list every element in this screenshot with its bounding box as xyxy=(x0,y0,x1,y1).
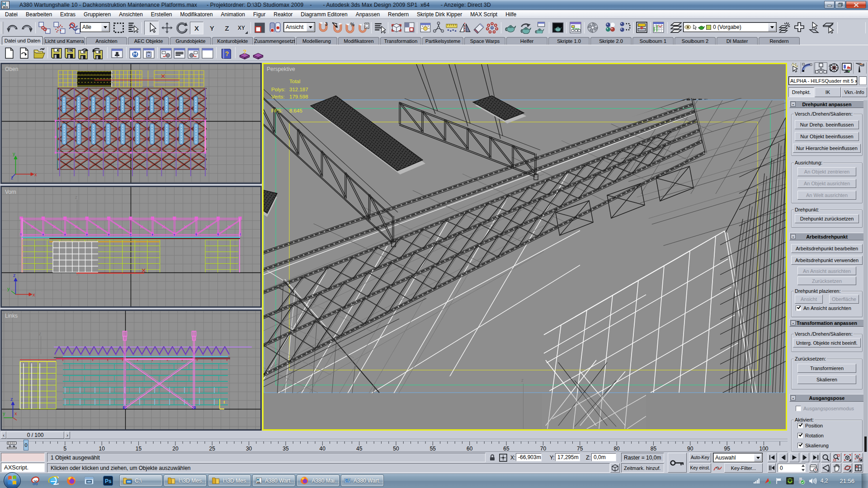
link-info-mode-button[interactable]: Vkn.-Info xyxy=(841,87,867,97)
window-crossing-toggle-icon[interactable] xyxy=(127,22,139,34)
curve-editor-box-icon[interactable] xyxy=(636,22,648,34)
spinner-snap-toggle-icon[interactable] xyxy=(358,22,370,34)
xref-objects-icon[interactable] xyxy=(160,47,172,60)
current-frame-marker[interactable]: 0 xyxy=(24,440,28,450)
pivot-mode-button[interactable]: Drehpkt. xyxy=(788,87,814,97)
rollout-header-adjust-transform[interactable]: -Transformation anpassen xyxy=(789,319,864,327)
align-quad-icon[interactable] xyxy=(404,22,416,34)
key-curve-icon[interactable] xyxy=(713,465,722,472)
new-window-icon[interactable] xyxy=(202,47,214,60)
rollout-header-initial-pose[interactable]: -Ausgangspose xyxy=(789,394,864,402)
selection-lock-icon[interactable] xyxy=(489,454,496,461)
menu-item[interactable]: Diagramm Editoren xyxy=(297,10,351,19)
key-filters-button[interactable]: Key-Filter... xyxy=(724,463,763,473)
affect-hierarchy-only-button[interactable]: Nur Hierarchie beeinflussen xyxy=(793,144,861,153)
dropdown-arrow-icon[interactable] xyxy=(768,23,776,31)
absolute-mode-icon[interactable] xyxy=(499,454,507,462)
reset-scene-icon[interactable] xyxy=(19,47,31,60)
minimize-button[interactable] xyxy=(824,1,835,9)
z-coordinate-field[interactable]: 0,0m xyxy=(591,453,616,461)
shelf-tab[interactable]: Licht und Kamera xyxy=(44,37,85,45)
place-surface-button[interactable]: Oberfläche xyxy=(829,295,859,304)
quick-launch-screenshot-app-icon[interactable] xyxy=(84,476,94,486)
key-mode-toggle-button[interactable] xyxy=(768,463,776,473)
menu-item[interactable]: Modifikatoren xyxy=(176,10,217,19)
network-signal-icon[interactable] xyxy=(754,478,761,484)
taskbar-button[interactable]: I:\3D Mes... xyxy=(164,474,207,487)
menu-item[interactable]: Rendern xyxy=(384,10,413,19)
quick-launch-internet-explorer-icon[interactable] xyxy=(48,475,59,486)
action-center-flag-icon[interactable] xyxy=(775,478,783,484)
nvidia-icon[interactable] xyxy=(786,477,794,484)
file-properties-finder-icon[interactable] xyxy=(143,47,155,60)
layer-circles-icon[interactable] xyxy=(486,22,498,34)
create-new-layer-icon[interactable] xyxy=(778,22,791,34)
edit-working-pivot-button[interactable]: Arbeitsdrehpunkt bearbeiten xyxy=(791,244,863,253)
file-properties-max-icon[interactable] xyxy=(129,47,142,60)
xref-scenes-icon[interactable] xyxy=(174,47,186,60)
pan-button[interactable] xyxy=(832,463,841,473)
menu-item[interactable]: Gruppieren xyxy=(80,10,115,19)
taskbar-button[interactable]: 3DSA380 Wart... xyxy=(252,474,295,487)
menu-item[interactable]: Extras xyxy=(56,10,80,19)
taskbar-button[interactable]: C:\ xyxy=(119,474,162,487)
unlink-selection-icon[interactable] xyxy=(53,22,66,34)
mirror-icon[interactable] xyxy=(459,22,471,34)
dope-sheet-table-icon[interactable] xyxy=(653,22,665,34)
rollout-collapse-button[interactable]: - xyxy=(791,102,796,107)
play-animation-button[interactable] xyxy=(789,453,799,462)
manipulate-tripod-icon[interactable] xyxy=(433,22,445,34)
selection-filter-dropdown[interactable]: Alle xyxy=(80,22,110,32)
set-key-button[interactable]: Key einst. xyxy=(689,463,711,473)
angle-snap-toggle-icon[interactable] xyxy=(331,22,344,34)
panel-scrollbar[interactable] xyxy=(863,100,868,452)
go-to-start-button[interactable] xyxy=(768,453,777,462)
shelf-tab[interactable]: Transformation xyxy=(380,37,421,45)
shelf-tab[interactable]: Ansichten xyxy=(86,37,127,45)
close-button[interactable] xyxy=(846,1,866,9)
quick-launch-firefox-icon[interactable] xyxy=(66,475,76,486)
material-dots-icon[interactable] xyxy=(619,22,632,34)
dont-affect-children-button[interactable]: Unterg. Objekte nicht beeinfl. xyxy=(793,338,861,347)
shelf-tab[interactable]: Modellierung xyxy=(296,37,337,45)
dropdown-arrow-icon[interactable] xyxy=(101,23,109,31)
align-icon[interactable] xyxy=(473,22,485,34)
maxscript-mini-listener-white[interactable]: AXScript. xyxy=(1,463,45,472)
zoom-all-button[interactable] xyxy=(832,453,841,462)
set-current-layer-icon[interactable] xyxy=(822,22,835,34)
hold-pin-icon[interactable] xyxy=(111,47,123,60)
render-last-teapot-icon[interactable] xyxy=(519,22,532,34)
time-slider-next-button[interactable]: › xyxy=(65,432,70,439)
new-scene-icon[interactable] xyxy=(4,47,16,60)
measure-ruler-icon[interactable] xyxy=(446,22,458,34)
restore-button[interactable] xyxy=(835,1,845,9)
display-panel-tab[interactable] xyxy=(841,62,854,74)
use-selection-center-icon[interactable] xyxy=(269,22,281,34)
rollout-collapse-button[interactable]: - xyxy=(791,395,796,400)
rollout-header-adjust-pivot[interactable]: -Drehpunkt anpassen xyxy=(789,100,864,108)
viewport-front[interactable]: Vorn zzyx xyxy=(0,186,262,308)
clock[interactable]: 21:56 xyxy=(840,478,854,484)
restrict-y-button[interactable]: Y xyxy=(205,22,219,34)
position-checkbox[interactable] xyxy=(797,423,803,428)
menu-item[interactable]: MAX Script xyxy=(466,10,501,19)
shelf-tab[interactable]: Space Warps xyxy=(464,37,505,45)
shelf-tab[interactable]: Helfer xyxy=(506,37,547,45)
viewport-left[interactable]: Links zzyx xyxy=(0,310,262,431)
menu-item[interactable]: Figur xyxy=(249,10,269,19)
named-selection-cube-icon[interactable] xyxy=(391,22,403,34)
reset-pivot-button[interactable]: Drehpunkt zurücksetzen xyxy=(795,214,859,223)
select-object-button[interactable] xyxy=(144,21,159,35)
menu-item[interactable]: Ansichten xyxy=(115,10,147,19)
add-to-layer-plus-icon[interactable] xyxy=(794,22,806,34)
zoom-extents-button[interactable] xyxy=(843,453,852,462)
motion-panel-tab[interactable] xyxy=(828,62,840,74)
center-to-object-button[interactable]: An Objekt zentrieren xyxy=(797,167,856,176)
viewport-left-label[interactable]: Links xyxy=(5,313,18,319)
shelf-tab[interactable]: DI Master xyxy=(717,37,758,45)
viewport-perspective[interactable]: Perspektive Total Polys: 312.187 Verts: … xyxy=(262,63,787,431)
time-slider-track[interactable] xyxy=(0,431,788,439)
previous-frame-button[interactable] xyxy=(778,453,788,462)
select-and-move-icon[interactable] xyxy=(161,22,173,34)
scale-checkbox[interactable] xyxy=(797,443,803,448)
